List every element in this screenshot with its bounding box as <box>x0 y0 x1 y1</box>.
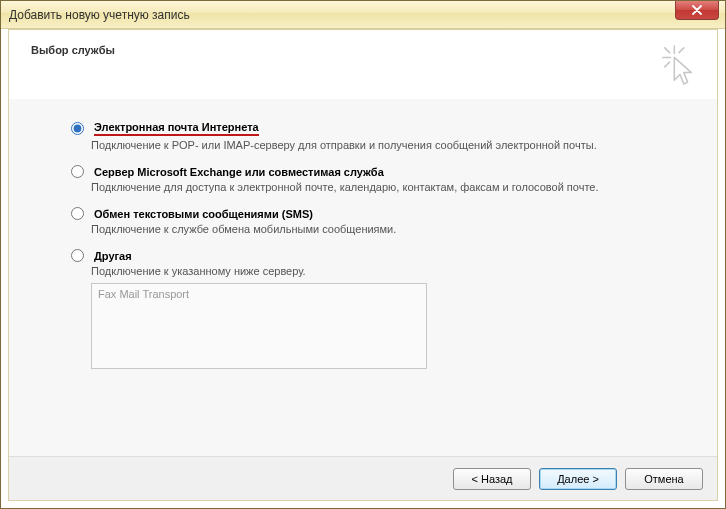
listbox-item[interactable]: Fax Mail Transport <box>98 288 420 300</box>
option-row[interactable]: Электронная почта Интернета <box>71 121 697 136</box>
svg-line-2 <box>665 48 670 53</box>
click-cursor-icon <box>661 44 699 86</box>
svg-line-3 <box>679 48 684 53</box>
option-internet-email: Электронная почта Интернета Подключение … <box>71 121 697 151</box>
option-desc: Подключение к POP- или IMAP-серверу для … <box>91 139 697 151</box>
dialog-window: Добавить новую учетную запись Выбор служ… <box>0 0 726 509</box>
header-area: Выбор службы <box>9 30 717 98</box>
titlebar[interactable]: Добавить новую учетную запись <box>1 1 725 29</box>
option-label: Другая <box>94 250 132 262</box>
option-sms: Обмен текстовыми сообщениями (SMS) Подкл… <box>71 207 697 235</box>
option-label: Сервер Microsoft Exchange или совместима… <box>94 166 384 178</box>
cancel-button[interactable]: Отмена <box>625 468 703 490</box>
other-server-listbox[interactable]: Fax Mail Transport <box>91 283 427 369</box>
option-row[interactable]: Другая <box>71 249 697 262</box>
close-icon <box>691 5 703 15</box>
option-desc: Подключение к указанному ниже серверу. <box>91 265 697 277</box>
footer: < Назад Далее > Отмена <box>9 456 717 500</box>
body-area: Электронная почта Интернета Подключение … <box>9 99 717 459</box>
option-exchange: Сервер Microsoft Exchange или совместима… <box>71 165 697 193</box>
radio-other[interactable] <box>71 249 84 262</box>
option-desc: Подключение для доступа к электронной по… <box>91 181 697 193</box>
radio-internet-email[interactable] <box>71 122 84 135</box>
option-label: Обмен текстовыми сообщениями (SMS) <box>94 208 313 220</box>
option-row[interactable]: Сервер Microsoft Exchange или совместима… <box>71 165 697 178</box>
close-button[interactable] <box>675 1 719 20</box>
option-label: Электронная почта Интернета <box>94 121 259 136</box>
radio-sms[interactable] <box>71 207 84 220</box>
window-title: Добавить новую учетную запись <box>9 8 190 22</box>
option-row[interactable]: Обмен текстовыми сообщениями (SMS) <box>71 207 697 220</box>
option-other: Другая Подключение к указанному ниже сер… <box>71 249 697 369</box>
radio-exchange[interactable] <box>71 165 84 178</box>
back-button[interactable]: < Назад <box>453 468 531 490</box>
option-desc: Подключение к службе обмена мобильными с… <box>91 223 697 235</box>
svg-line-4 <box>665 62 670 67</box>
next-button[interactable]: Далее > <box>539 468 617 490</box>
dialog-inner: Выбор службы Электронная почта Интернета <box>8 29 718 501</box>
page-title: Выбор службы <box>31 44 695 56</box>
